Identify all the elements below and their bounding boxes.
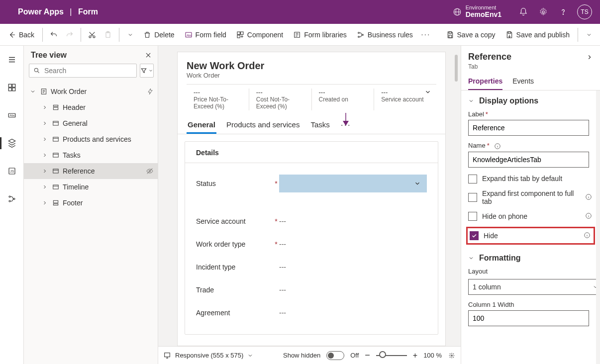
tab-overflow[interactable]: ··· [340,120,352,130]
section-formatting[interactable]: Formatting [461,248,600,266]
chevron-right-icon [41,199,49,207]
form-libraries-button[interactable]: Form libraries [289,29,351,41]
info-icon[interactable] [494,143,501,150]
name-input[interactable] [468,152,589,168]
scrollbar-thumb[interactable] [455,55,458,82]
tab-icon [52,135,60,143]
tab-events[interactable]: Events [512,73,534,90]
rail-hamburger-icon[interactable] [0,50,24,70]
checkbox-hide[interactable]: Hide [470,231,592,240]
tree-view-pane: Tree view Work Order Header [24,46,158,364]
chevron-down-icon[interactable] [123,28,137,42]
tree-node-products[interactable]: Products and services [24,131,158,147]
cut-button[interactable] [85,28,99,42]
svg-rect-42 [53,105,58,106]
chevron-down-icon[interactable] [424,89,431,95]
delete-button[interactable]: Delete [139,29,178,41]
redo-button[interactable] [63,28,77,42]
field-label: Work order type [196,240,273,248]
rail-field-icon[interactable]: Abc [0,105,24,125]
rail-tree-icon[interactable] [0,133,24,153]
fit-icon[interactable] [448,352,456,360]
info-icon[interactable] [584,232,592,240]
field-incident-type[interactable]: Incident type --- [196,256,427,278]
tab-products[interactable]: Products and services [225,116,301,134]
tab-properties[interactable]: Properties [468,73,502,90]
checkbox-expand-full[interactable]: Expand first component to full tab [461,186,600,209]
label-input[interactable] [468,120,589,136]
colwidth-input[interactable] [468,310,589,326]
filter-button[interactable] [140,64,154,78]
back-button[interactable]: Back [4,29,38,41]
tree-node-header[interactable]: Header [24,99,158,115]
tree-node-footer[interactable]: Footer [24,195,158,211]
paste-button[interactable] [101,28,115,42]
section-icon [52,103,60,111]
form-field-button[interactable]: Abc Form field [181,29,230,41]
help-icon[interactable] [553,0,573,24]
section-display-options[interactable]: Display options [461,91,600,108]
search-icon [33,67,40,74]
checkbox-hide-phone[interactable]: Hide on phone [461,209,600,224]
form-field-label: Form field [196,31,226,39]
rail-js-icon[interactable]: JS [0,161,24,181]
scrollbar-track[interactable] [596,91,600,364]
search-field[interactable] [43,66,132,75]
tree-node-reference[interactable]: Reference [24,163,158,179]
zoom-in-button[interactable]: + [413,351,417,360]
section-header-label: Display options [479,96,538,105]
globe-icon [453,7,462,16]
field-trade[interactable]: Trade --- [196,278,427,301]
tree-node-label: Header [63,103,154,111]
save-chevron-icon[interactable] [582,28,596,42]
tab-general[interactable]: General [187,116,216,134]
status-dropdown[interactable] [279,175,427,192]
zoom-slider[interactable] [376,355,407,356]
save-copy-button[interactable]: Save a copy [442,29,500,41]
section-details: Details Status * Service account * --- [185,141,438,335]
tree-node-work-order[interactable]: Work Order [24,84,158,99]
responsive-picker[interactable]: Responsive (555 x 575) [163,352,253,360]
close-icon[interactable] [145,52,152,59]
tree-node-general[interactable]: General [24,115,158,131]
save-publish-button[interactable]: Save and publish [501,29,574,41]
chevron-right-icon [41,167,49,175]
layout-label: Layout [468,268,488,275]
zoom-out-button[interactable]: − [365,350,370,361]
overflow-icon[interactable]: ··· [419,28,433,42]
field-agreement[interactable]: Agreement --- [196,301,427,324]
svg-rect-50 [53,200,58,203]
tree-node-timeline[interactable]: Timeline [24,179,158,195]
tab-tasks[interactable]: Tasks [309,116,330,134]
chevron-right-icon[interactable] [586,54,593,61]
chevron-down-icon [247,353,253,359]
rail-rules-icon[interactable] [0,189,24,209]
field-status[interactable]: Status * [196,172,427,195]
bell-icon[interactable] [513,0,533,24]
env-label: Environment [466,5,501,10]
chevron-right-icon [41,183,49,191]
info-icon[interactable] [585,193,593,201]
label-field-label: Label [468,110,484,118]
avatar[interactable]: TS [577,4,592,19]
tree-node-label: Tasks [63,151,154,159]
undo-button[interactable] [47,28,61,42]
svg-point-12 [563,14,563,14]
business-rules-button[interactable]: Business rules [353,29,417,41]
waffle-icon[interactable] [4,7,16,17]
chevron-right-icon [41,135,49,143]
field-work-order-type[interactable]: Work order type * --- [196,233,427,256]
gear-icon[interactable] [533,0,553,24]
info-icon[interactable] [585,212,593,220]
layout-select[interactable]: 1 column [468,279,600,295]
tree-node-tasks[interactable]: Tasks [24,147,158,163]
show-hidden-toggle[interactable] [326,351,344,360]
checkbox-expand-default[interactable]: Expand this tab by default [461,172,600,186]
field-service-account[interactable]: Service account * --- [196,210,427,233]
environment-picker[interactable]: Environment DemoEnv1 [453,5,501,19]
component-button[interactable]: Component [232,29,287,41]
lightning-icon[interactable] [147,88,154,95]
svg-point-38 [9,200,10,202]
search-input[interactable] [29,64,137,78]
rail-components-icon[interactable] [0,78,24,97]
